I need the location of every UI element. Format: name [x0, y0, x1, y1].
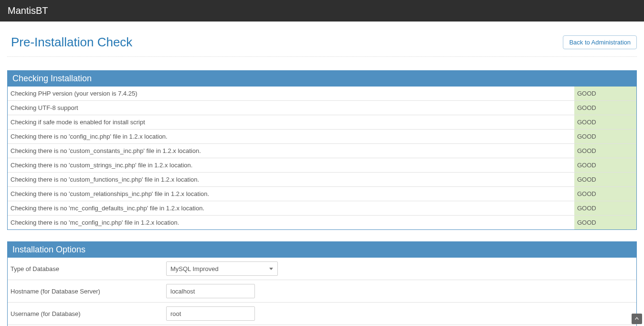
checking-installation-title: Checking Installation	[8, 71, 636, 87]
check-row-label: Checking there is no 'custom_relationshi…	[8, 187, 574, 201]
page-header: Pre-Installation Check Back to Administr…	[7, 31, 637, 57]
page-title: Pre-Installation Check	[11, 35, 132, 50]
check-row-status: GOOD	[574, 187, 636, 201]
option-row-hostname: Hostname (for Database Server)	[8, 280, 636, 303]
installation-options-title: Installation Options	[8, 242, 636, 258]
check-row-label: Checking there is no 'mc_config_defaults…	[8, 201, 574, 216]
check-row-label: Checking there is no 'custom_functions_i…	[8, 173, 574, 187]
check-row-status: GOOD	[574, 201, 636, 216]
check-row-status: GOOD	[574, 101, 636, 115]
check-row-status: GOOD	[574, 130, 636, 144]
check-row-label: Checking there is no 'custom_constants_i…	[8, 144, 574, 158]
hostname-input[interactable]	[166, 284, 255, 298]
check-row-label: Checking PHP version (your version is 7.…	[8, 87, 574, 101]
chevron-up-icon	[634, 315, 639, 322]
check-row-label: Checking UTF-8 support	[8, 101, 574, 115]
check-row: Checking there is no 'mc_config_inc.php'…	[8, 216, 636, 230]
options-table: Type of Database MySQL Improved Hostname…	[8, 258, 636, 326]
option-row-username: Username (for Database)	[8, 303, 636, 325]
check-row-label: Checking there is no 'custom_strings_inc…	[8, 158, 574, 173]
topbar: MantisBT	[0, 0, 644, 22]
scroll-to-top-button[interactable]	[632, 314, 642, 324]
check-row-status: GOOD	[574, 87, 636, 101]
check-row: Checking there is no 'config_inc.php' fi…	[8, 130, 636, 144]
back-to-admin-button[interactable]: Back to Administration	[563, 35, 637, 49]
check-row: Checking there is no 'custom_relationshi…	[8, 187, 636, 201]
option-row-db-type: Type of Database MySQL Improved	[8, 258, 636, 280]
check-row: Checking there is no 'custom_strings_inc…	[8, 158, 636, 173]
check-row: Checking if safe mode is enabled for ins…	[8, 115, 636, 130]
check-row: Checking there is no 'mc_config_defaults…	[8, 201, 636, 216]
check-row-label: Checking if safe mode is enabled for ins…	[8, 115, 574, 130]
check-row-status: GOOD	[574, 115, 636, 130]
check-row-status: GOOD	[574, 216, 636, 230]
installation-options-panel: Installation Options Type of Database My…	[7, 241, 637, 326]
hostname-label: Hostname (for Database Server)	[8, 280, 163, 303]
check-row-label: Checking there is no 'config_inc.php' fi…	[8, 130, 574, 144]
check-row: Checking PHP version (your version is 7.…	[8, 87, 636, 101]
check-row: Checking there is no 'custom_functions_i…	[8, 173, 636, 187]
check-row-status: GOOD	[574, 158, 636, 173]
username-input[interactable]	[166, 306, 255, 321]
check-row-status: GOOD	[574, 173, 636, 187]
db-type-label: Type of Database	[8, 258, 163, 280]
check-row: Checking UTF-8 supportGOOD	[8, 101, 636, 115]
check-row-status: GOOD	[574, 144, 636, 158]
username-label: Username (for Database)	[8, 303, 163, 325]
check-table: Checking PHP version (your version is 7.…	[8, 87, 636, 229]
app-title: MantisBT	[8, 5, 48, 16]
check-row: Checking there is no 'custom_constants_i…	[8, 144, 636, 158]
check-row-label: Checking there is no 'mc_config_inc.php'…	[8, 216, 574, 230]
checking-installation-panel: Checking Installation Checking PHP versi…	[7, 70, 637, 230]
db-type-select[interactable]: MySQL Improved	[166, 261, 278, 276]
